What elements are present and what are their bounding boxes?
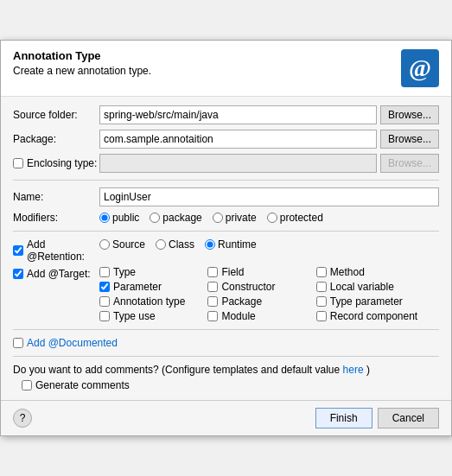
retention-label: Add @Retention: bbox=[27, 238, 99, 263]
generate-comments-text: Generate comments bbox=[35, 379, 130, 391]
footer-left: ? bbox=[13, 409, 310, 428]
retention-runtime-text: Runtime bbox=[218, 238, 257, 251]
retention-row: Add @Retention: Source Class Runtime bbox=[13, 238, 439, 263]
modifier-package-label[interactable]: package bbox=[150, 212, 201, 224]
enclosing-type-label: Enclosing type: bbox=[27, 157, 97, 169]
modifiers-label: Modifiers: bbox=[13, 212, 99, 224]
enclosing-type-row: Enclosing type: Browse... bbox=[13, 154, 439, 173]
target-record-component-checkbox[interactable] bbox=[316, 311, 327, 321]
target-row: Add @Target: Type Field Method Paramete bbox=[13, 266, 439, 322]
target-label: Add @Target: bbox=[27, 268, 91, 280]
target-annotation-type-checkbox[interactable] bbox=[99, 296, 110, 307]
target-constructor-checkbox[interactable] bbox=[207, 282, 218, 292]
dialog-subtitle: Create a new annotation type. bbox=[13, 65, 151, 77]
retention-checkbox[interactable] bbox=[13, 245, 23, 256]
divider-1 bbox=[13, 180, 439, 181]
source-folder-browse-button[interactable]: Browse... bbox=[380, 105, 439, 124]
target-local-variable-checkbox[interactable] bbox=[316, 282, 327, 292]
name-input[interactable] bbox=[99, 187, 439, 206]
dialog-body: Source folder: Browse... Package: Browse… bbox=[1, 97, 451, 400]
target-package-label[interactable]: Package bbox=[207, 295, 309, 308]
enclosing-browse-button[interactable]: Browse... bbox=[380, 154, 439, 173]
target-field-label[interactable]: Field bbox=[207, 266, 309, 278]
modifier-package-text: package bbox=[162, 212, 201, 224]
target-local-variable-label[interactable]: Local variable bbox=[316, 281, 417, 293]
target-package-checkbox[interactable] bbox=[207, 296, 218, 307]
target-method-checkbox[interactable] bbox=[316, 267, 327, 277]
modifiers-radio-group: public package private protected bbox=[99, 212, 323, 224]
retention-source-text: Source bbox=[112, 238, 145, 251]
target-grid: Type Field Method Parameter Constructor bbox=[99, 266, 417, 322]
cancel-button[interactable]: Cancel bbox=[378, 408, 439, 428]
dialog-header: Annotation Type Create a new annotation … bbox=[1, 41, 451, 97]
name-row: Name: bbox=[13, 187, 439, 206]
divider-4 bbox=[13, 356, 439, 357]
package-browse-button[interactable]: Browse... bbox=[380, 130, 439, 149]
modifier-public-label[interactable]: public bbox=[99, 212, 139, 224]
enclosing-type-checkbox-label[interactable]: Enclosing type: bbox=[13, 157, 99, 169]
modifier-package-radio[interactable] bbox=[150, 213, 160, 223]
retention-section-label: Add @Retention: bbox=[13, 238, 99, 263]
retention-options: Source Class Runtime bbox=[99, 238, 257, 251]
target-type-parameter-label[interactable]: Type parameter bbox=[316, 295, 417, 308]
target-type-use-checkbox[interactable] bbox=[99, 311, 110, 321]
target-field-checkbox[interactable] bbox=[207, 267, 218, 277]
modifier-public-radio[interactable] bbox=[99, 213, 110, 223]
annotation-icon: @ bbox=[401, 49, 439, 87]
source-folder-row: Source folder: Browse... bbox=[13, 105, 439, 124]
package-input[interactable] bbox=[99, 130, 377, 149]
comments-question: Do you want to add comments? (Configure … bbox=[13, 364, 439, 376]
generate-comments-label[interactable]: Generate comments bbox=[22, 379, 130, 391]
comments-section: Do you want to add comments? (Configure … bbox=[13, 364, 439, 391]
documented-text: Add @Documented bbox=[27, 337, 118, 349]
retention-runtime-label[interactable]: Runtime bbox=[205, 238, 257, 251]
documented-checkbox-label[interactable]: Add @Documented bbox=[13, 337, 118, 349]
name-label: Name: bbox=[13, 191, 99, 203]
help-button[interactable]: ? bbox=[13, 409, 32, 428]
source-folder-label: Source folder: bbox=[13, 109, 99, 121]
documented-checkbox[interactable] bbox=[13, 338, 23, 348]
target-type-checkbox[interactable] bbox=[99, 267, 110, 277]
target-parameter-checkbox[interactable] bbox=[99, 282, 110, 292]
modifier-public-text: public bbox=[112, 212, 139, 224]
source-folder-input[interactable] bbox=[99, 105, 377, 124]
finish-button[interactable]: Finish bbox=[315, 408, 372, 428]
package-row: Package: Browse... bbox=[13, 130, 439, 149]
divider-3 bbox=[13, 329, 439, 330]
enclosing-type-input[interactable] bbox=[99, 154, 377, 173]
target-module-checkbox[interactable] bbox=[207, 311, 218, 321]
target-module-label[interactable]: Module bbox=[207, 310, 309, 322]
dialog-title: Annotation Type bbox=[13, 49, 151, 62]
retention-source-radio[interactable] bbox=[99, 239, 110, 250]
target-record-component-label[interactable]: Record component bbox=[316, 310, 417, 322]
modifier-private-radio[interactable] bbox=[213, 213, 223, 223]
target-type-parameter-checkbox[interactable] bbox=[316, 296, 327, 307]
annotation-type-dialog: Annotation Type Create a new annotation … bbox=[0, 40, 452, 436]
comments-link[interactable]: here bbox=[343, 364, 364, 376]
retention-class-label[interactable]: Class bbox=[156, 238, 194, 251]
dialog-footer: ? Finish Cancel bbox=[1, 400, 451, 435]
divider-2 bbox=[13, 231, 439, 232]
retention-class-text: Class bbox=[169, 238, 194, 251]
target-method-label[interactable]: Method bbox=[316, 266, 417, 278]
retention-class-radio[interactable] bbox=[156, 239, 166, 250]
enclosing-type-checkbox[interactable] bbox=[13, 158, 23, 168]
target-parameter-label[interactable]: Parameter bbox=[99, 281, 201, 293]
target-section-label: Add @Target: bbox=[13, 266, 99, 280]
modifier-protected-text: protected bbox=[280, 212, 323, 224]
retention-source-label[interactable]: Source bbox=[99, 238, 145, 251]
target-type-label[interactable]: Type bbox=[99, 266, 201, 278]
modifier-protected-radio[interactable] bbox=[267, 213, 277, 223]
modifier-private-label[interactable]: private bbox=[213, 212, 257, 224]
target-annotation-type-label[interactable]: Annotation type bbox=[99, 295, 201, 308]
target-constructor-label[interactable]: Constructor bbox=[207, 281, 309, 293]
generate-comments-checkbox[interactable] bbox=[22, 380, 32, 390]
target-checkbox[interactable] bbox=[13, 269, 23, 279]
retention-runtime-radio[interactable] bbox=[205, 239, 215, 250]
modifier-private-text: private bbox=[226, 212, 257, 224]
modifier-protected-label[interactable]: protected bbox=[267, 212, 323, 224]
generate-comments-row: Generate comments bbox=[13, 379, 439, 391]
header-text: Annotation Type Create a new annotation … bbox=[13, 49, 151, 77]
documented-row: Add @Documented bbox=[13, 337, 439, 349]
target-type-use-label[interactable]: Type use bbox=[99, 310, 201, 322]
